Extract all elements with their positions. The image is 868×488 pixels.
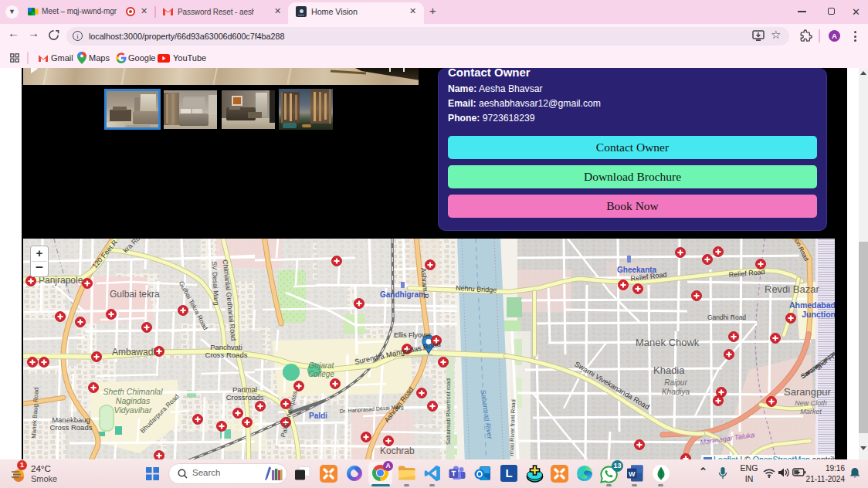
svg-text:Junction: Junction [802, 310, 835, 319]
svg-text:Nagindas: Nagindas [116, 396, 151, 405]
svg-text:Sarangpur: Sarangpur [784, 386, 831, 398]
svg-text:Raipur: Raipur [664, 378, 687, 387]
svg-text:Cross Roads: Cross Roads [50, 423, 93, 432]
svg-text:Cross Roads: Cross Roads [205, 351, 248, 359]
svg-text:Gandhi Road: Gandhi Road [707, 313, 746, 321]
svg-text:New Cloth: New Cloth [795, 399, 827, 407]
svg-text:Gulbai tekra: Gulbai tekra [110, 289, 160, 300]
svg-text:Manek Chowk: Manek Chowk [636, 337, 700, 348]
svg-text:Ellis Flyover: Ellis Flyover [394, 331, 432, 339]
svg-text:Vidyavihar: Vidyavihar [114, 405, 152, 415]
svg-text:Gujarat: Gujarat [309, 361, 335, 370]
svg-text:Crossroads: Crossroads [226, 393, 264, 402]
svg-text:Khadia: Khadia [653, 364, 685, 376]
svg-text:College: College [308, 370, 334, 378]
svg-text:Revdi Bazar: Revdi Bazar [765, 283, 819, 295]
svg-text:Sabarmati Riverfront road: Sabarmati Riverfront road [445, 378, 452, 445]
svg-text:Paldi: Paldi [309, 412, 327, 420]
svg-text:Sheth Chimanlal: Sheth Chimanlal [103, 387, 163, 396]
svg-text:Ahmedabad: Ahmedabad [789, 300, 835, 310]
svg-text:Gandhigram: Gandhigram [380, 290, 426, 299]
svg-text:Kochrab: Kochrab [380, 446, 415, 456]
svg-text:Khadiya: Khadiya [662, 388, 690, 396]
svg-text:Ambawadi: Ambawadi [112, 347, 155, 358]
svg-text:W: W [629, 470, 636, 478]
svg-text:Market: Market [800, 408, 822, 415]
